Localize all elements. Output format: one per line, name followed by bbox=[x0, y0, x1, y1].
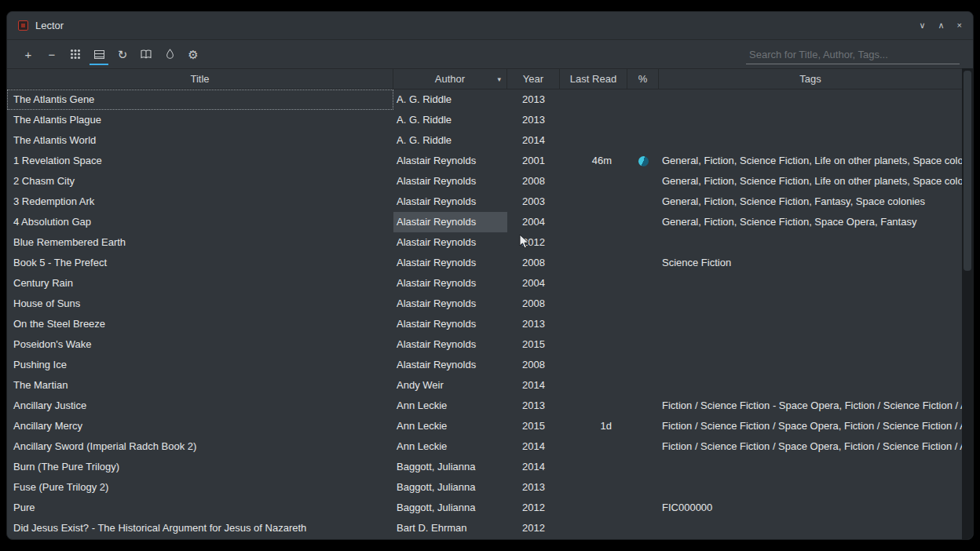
title-cell: Ancillary Justice bbox=[7, 396, 393, 416]
last-read-cell: 1d bbox=[560, 416, 627, 436]
refresh-button[interactable]: ↻ bbox=[111, 42, 134, 66]
table-row[interactable]: Book 5 - The Prefect Alastair Reynolds 2… bbox=[7, 253, 962, 273]
shade-button[interactable]: ∨ bbox=[919, 21, 925, 30]
table-row[interactable]: The Martian Andy Weir 2014 bbox=[7, 375, 962, 396]
table-row[interactable]: The Atlantis Gene A. G. Riddle 2013 bbox=[7, 89, 962, 110]
last-read-cell: 46m bbox=[560, 151, 627, 171]
library-button[interactable] bbox=[134, 42, 158, 66]
scrollbar-handle[interactable] bbox=[964, 71, 971, 271]
tags-cell bbox=[659, 334, 962, 355]
table-row[interactable]: 4 Absolution Gap Alastair Reynolds 2004 … bbox=[7, 212, 962, 232]
search-input[interactable] bbox=[746, 46, 960, 64]
column-header-year[interactable]: Year bbox=[507, 69, 560, 89]
last-read-cell bbox=[560, 355, 627, 375]
year-cell: 2004 bbox=[507, 212, 560, 232]
year-cell: 2013 bbox=[507, 110, 560, 130]
year-cell: 2008 bbox=[507, 171, 560, 192]
year-cell: 2013 bbox=[507, 314, 560, 334]
table-row[interactable]: Poseidon's Wake Alastair Reynolds 2015 bbox=[7, 334, 962, 355]
table-row[interactable]: Pushing Ice Alastair Reynolds 2008 bbox=[7, 355, 962, 375]
title-cell: House of Suns bbox=[7, 294, 393, 314]
title-cell: Pure bbox=[7, 498, 393, 518]
table-row[interactable]: Blue Remembered Earth Alastair Reynolds … bbox=[7, 232, 962, 253]
tags-cell bbox=[659, 110, 962, 130]
table-row[interactable]: Century Rain Alastair Reynolds 2004 bbox=[7, 273, 962, 294]
title-cell: 1 Revelation Space bbox=[7, 151, 393, 171]
window-title: Lector bbox=[35, 20, 64, 31]
table-row[interactable]: The Atlantis Plague A. G. Riddle 2013 bbox=[7, 110, 962, 130]
author-cell: Alastair Reynolds bbox=[393, 314, 507, 334]
minus-icon: − bbox=[49, 49, 56, 60]
last-read-cell bbox=[560, 314, 627, 334]
table-row[interactable]: Burn (The Pure Trilogy) Baggott, Juliann… bbox=[7, 457, 962, 477]
title-cell: The Atlantis Plague bbox=[7, 110, 393, 130]
refresh-icon: ↻ bbox=[118, 49, 128, 60]
table-row[interactable]: 3 Redemption Ark Alastair Reynolds 2003 … bbox=[7, 192, 962, 212]
table-row[interactable]: Ancillary Justice Ann Leckie 2013 Fictio… bbox=[7, 396, 962, 416]
table-view-button[interactable] bbox=[87, 42, 111, 66]
tags-cell bbox=[659, 477, 962, 498]
title-cell: Ancillary Sword (Imperial Radch Book 2) bbox=[7, 436, 393, 457]
settings-button[interactable]: ⚙ bbox=[181, 42, 205, 66]
tags-cell bbox=[659, 375, 962, 396]
tags-cell bbox=[659, 130, 962, 151]
column-header-last-read[interactable]: Last Read bbox=[560, 69, 627, 89]
percent-cell bbox=[627, 156, 659, 166]
year-cell: 2004 bbox=[507, 273, 560, 294]
column-header-percent[interactable]: % bbox=[627, 69, 659, 89]
last-read-cell bbox=[560, 110, 627, 130]
author-cell: Alastair Reynolds bbox=[393, 253, 507, 273]
table-row[interactable]: 2 Chasm City Alastair Reynolds 2008 Gene… bbox=[7, 171, 962, 192]
sort-dropdown-icon[interactable]: ▾ bbox=[497, 75, 501, 83]
author-cell: Alastair Reynolds bbox=[393, 273, 507, 294]
table-row[interactable]: Did Jesus Exist? - The Historical Argume… bbox=[7, 518, 962, 538]
title-cell: Pushing Ice bbox=[7, 355, 393, 375]
table-row[interactable]: House of Suns Alastair Reynolds 2008 bbox=[7, 294, 962, 314]
titlebar[interactable]: Lector ∨ ∧ × bbox=[7, 12, 973, 40]
year-cell: 2015 bbox=[507, 334, 560, 355]
author-cell: Baggott, Julianna bbox=[393, 457, 507, 477]
column-header-author[interactable]: Author▾ bbox=[393, 69, 507, 89]
last-read-cell bbox=[560, 294, 627, 314]
lector-window: Lector ∨ ∧ × + − ↻ ⚙ Title Author▾ Year … bbox=[6, 11, 974, 540]
grid-dots-icon bbox=[71, 49, 80, 59]
add-book-button[interactable]: + bbox=[16, 42, 40, 66]
tags-cell: General, Fiction, Science Fiction, Life … bbox=[659, 171, 962, 192]
last-read-cell bbox=[560, 518, 627, 538]
table-row[interactable]: The Atlantis World A. G. Riddle 2014 bbox=[7, 130, 962, 151]
tags-cell bbox=[659, 294, 962, 314]
last-read-cell bbox=[560, 171, 627, 192]
last-read-cell bbox=[560, 334, 627, 355]
last-read-cell bbox=[560, 457, 627, 477]
table-row[interactable]: Fuse (Pure Trilogy 2) Baggott, Julianna … bbox=[7, 477, 962, 498]
table-row[interactable]: 1 Revelation Space Alastair Reynolds 200… bbox=[7, 151, 962, 171]
tags-cell: General, Fiction, Science Fiction, Space… bbox=[659, 212, 962, 232]
theme-color-button[interactable] bbox=[158, 42, 181, 66]
year-cell: 2003 bbox=[507, 192, 560, 212]
table-row[interactable]: On the Steel Breeze Alastair Reynolds 20… bbox=[7, 314, 962, 334]
tags-cell bbox=[659, 518, 962, 538]
close-button[interactable]: × bbox=[957, 21, 962, 30]
progress-pie-icon bbox=[638, 156, 649, 166]
maximize-button[interactable]: ∧ bbox=[938, 21, 945, 30]
title-cell: Century Rain bbox=[7, 273, 393, 294]
cover-view-button[interactable] bbox=[64, 42, 87, 66]
author-cell: Alastair Reynolds bbox=[393, 192, 507, 212]
year-cell: 2014 bbox=[507, 436, 560, 457]
gear-icon: ⚙ bbox=[188, 49, 198, 60]
title-cell: 2 Chasm City bbox=[7, 171, 393, 192]
tags-cell: Fiction / Science Fiction / Space Opera,… bbox=[659, 436, 962, 457]
last-read-cell bbox=[560, 375, 627, 396]
column-header-tags[interactable]: Tags bbox=[659, 69, 962, 89]
last-read-cell bbox=[560, 273, 627, 294]
title-cell: The Martian bbox=[7, 375, 393, 396]
year-cell: 2014 bbox=[507, 130, 560, 151]
table-row[interactable]: Ancillary Sword (Imperial Radch Book 2) … bbox=[7, 436, 962, 457]
year-cell: 2015 bbox=[507, 416, 560, 436]
table-row[interactable]: Ancillary Mercy Ann Leckie 2015 1d Ficti… bbox=[7, 416, 962, 436]
tags-cell: Fiction / Science Fiction - Space Opera,… bbox=[659, 396, 962, 416]
table-view-icon bbox=[94, 50, 104, 59]
table-row[interactable]: Pure Baggott, Julianna 2012 FIC000000 bbox=[7, 498, 962, 518]
column-header-title[interactable]: Title bbox=[7, 69, 393, 89]
remove-book-button[interactable]: − bbox=[40, 42, 64, 66]
